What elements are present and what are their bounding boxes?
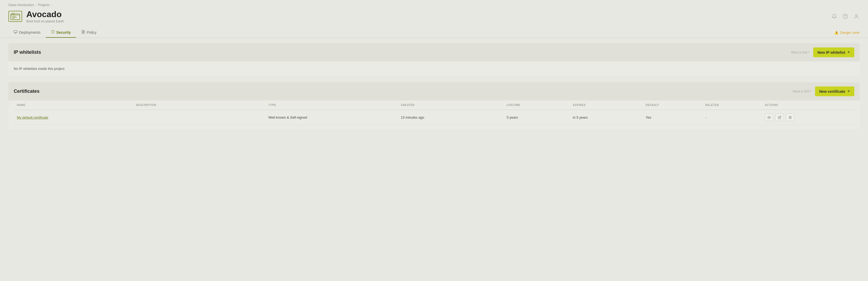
ip-whitelists-section: IP whitelists What is this? New IP white… — [8, 43, 860, 76]
certificates-header: Certificates What is this? New certifica… — [8, 82, 860, 101]
cert-expires-cell: in 5 years — [569, 110, 642, 125]
cert-description-cell — [133, 110, 265, 125]
cert-default-cell: Yes — [643, 110, 702, 125]
certificates-title: Certificates — [14, 89, 39, 94]
tab-policy-label: Policy — [87, 30, 96, 34]
breadcrumb-item-projects[interactable]: Projects — [38, 3, 50, 7]
deployments-icon — [14, 30, 18, 34]
certificates-table: NAME DESCRIPTION TYPE CREATED LIFETIME E… — [14, 101, 854, 125]
breadcrumb: Oasis Introduction › Projects › — [8, 3, 860, 7]
new-certificate-button[interactable]: New certificate + — [815, 86, 854, 96]
project-folder-icon — [8, 11, 22, 22]
user-icon[interactable] — [853, 13, 860, 20]
warning-icon: ⚠️ — [834, 31, 838, 34]
breadcrumb-separator-1: › — [36, 3, 37, 7]
new-ip-whitelist-button[interactable]: New IP whitelist + — [813, 48, 854, 57]
notification-bell-icon[interactable] — [831, 13, 837, 20]
ip-whitelists-empty: No IP whitelists inside this project — [14, 67, 854, 71]
cert-deleted-cell: - — [702, 110, 762, 125]
svg-point-7 — [856, 15, 858, 16]
cert-name-link[interactable]: My default certificate — [17, 115, 48, 119]
cert-actions-cell — [762, 110, 854, 125]
ip-whitelists-what-is-this[interactable]: What is this? — [791, 51, 809, 54]
security-icon — [51, 30, 55, 34]
danger-zone-label: Danger zone — [840, 31, 860, 34]
plus-icon-cert: + — [847, 89, 850, 94]
breadcrumb-separator-2: › — [51, 3, 52, 7]
col-header-expires: EXPIRES — [569, 101, 642, 110]
cert-created-cell: 13 minutes ago — [398, 110, 503, 125]
policy-icon — [82, 30, 85, 34]
cert-name-cell: My default certificate — [14, 110, 133, 125]
col-header-type: TYPE — [265, 101, 398, 110]
ip-whitelists-header: IP whitelists What is this? New IP white… — [8, 43, 860, 61]
ip-whitelists-title: IP whitelists — [14, 50, 41, 55]
col-header-name: NAME — [14, 101, 133, 110]
project-title: Avocado — [26, 9, 64, 19]
breadcrumb-item-oasis[interactable]: Oasis Introduction — [8, 3, 34, 7]
help-icon[interactable] — [842, 13, 848, 20]
col-header-created: CREATED — [398, 101, 503, 110]
col-header-description: DESCRIPTION — [133, 101, 265, 110]
ip-whitelists-body: No IP whitelists inside this project — [8, 61, 860, 76]
tab-security[interactable]: Security — [46, 27, 76, 38]
edit-cert-button[interactable] — [775, 114, 784, 121]
svg-rect-8 — [14, 31, 17, 33]
tab-security-label: Security — [56, 30, 71, 34]
certificates-table-wrapper: NAME DESCRIPTION TYPE CREATED LIFETIME E… — [8, 101, 860, 129]
cert-lifetime-cell: 5 years — [503, 110, 569, 125]
col-header-default: DEFAULT — [643, 101, 702, 110]
col-header-actions: ACTIONS — [762, 101, 854, 110]
tab-policy[interactable]: Policy — [76, 27, 102, 38]
certificates-section: Certificates What is this? New certifica… — [8, 82, 860, 129]
danger-zone-button[interactable]: ⚠️ Danger zone — [834, 28, 860, 37]
tab-deployments-label: Deployments — [19, 30, 40, 34]
table-row: My default certificate Well known & Self… — [14, 110, 854, 125]
view-cert-button[interactable] — [765, 114, 773, 121]
col-header-lifetime: LIFETIME — [503, 101, 569, 110]
col-header-deleted: DELETED — [702, 101, 762, 110]
certificates-what-is-this[interactable]: What is this? — [793, 90, 811, 93]
svg-point-13 — [769, 117, 769, 118]
plus-icon: + — [847, 50, 850, 55]
svg-rect-1 — [11, 13, 15, 15]
new-certificate-label: New certificate — [819, 89, 845, 93]
tab-deployments[interactable]: Deployments — [8, 27, 46, 38]
project-subtitle: Best fruit on planet Earth — [26, 19, 64, 23]
delete-cert-button[interactable] — [786, 114, 794, 121]
cert-type-cell: Well known & Self-signed — [265, 110, 398, 125]
new-ip-whitelist-label: New IP whitelist — [817, 50, 845, 55]
